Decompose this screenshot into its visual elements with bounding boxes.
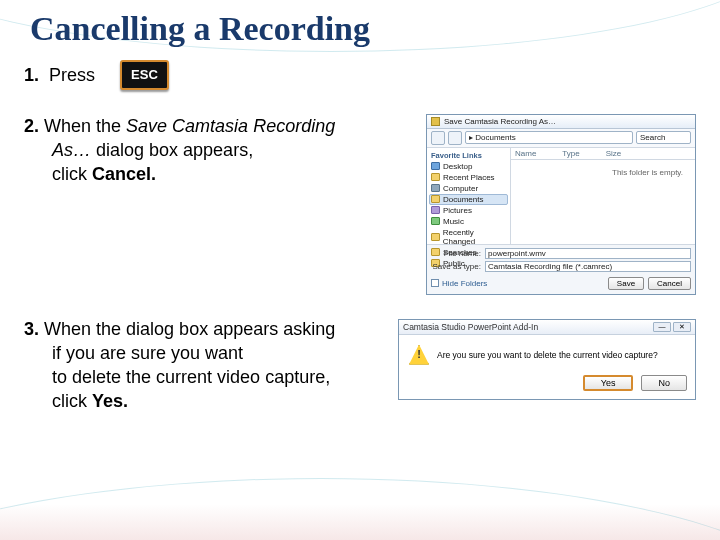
chevron-down-icon [431, 279, 439, 287]
hide-folders-toggle[interactable]: Hide Folders [431, 279, 487, 288]
computer-icon [431, 184, 440, 192]
esc-key-graphic: ESC [120, 60, 169, 90]
hide-folders-label: Hide Folders [442, 279, 487, 288]
folder-icon [431, 233, 440, 241]
save-button[interactable]: Save [608, 277, 644, 290]
confirm-message: Are you sure you want to delete the curr… [437, 350, 658, 360]
search-box[interactable]: Search [636, 131, 691, 144]
folder-icon [431, 173, 440, 181]
step-1-number: 1. [24, 65, 39, 85]
step-2-number: 2. [24, 116, 39, 136]
step-1-text: Press [49, 65, 95, 85]
step-2-cancel: Cancel. [92, 164, 156, 184]
side-music[interactable]: Music [443, 217, 464, 226]
col-name[interactable]: Name [515, 149, 536, 158]
step-3-yes: Yes. [92, 391, 128, 411]
confirm-dialog: Camtasia Studio PowerPoint Add-In — ✕ Ar… [398, 319, 696, 400]
save-dialog-title: Save Camtasia Recording As… [444, 117, 556, 126]
step-3-l1: When the dialog box appears asking [44, 319, 335, 339]
savetype-label: Save as type: [431, 262, 481, 271]
warning-icon [409, 345, 429, 365]
path-bar[interactable]: ▸ Documents [465, 131, 633, 144]
step-2-l3a: click [52, 164, 92, 184]
filename-input[interactable]: powerpoint.wmv [485, 248, 691, 259]
sidebar-header: Favorite Links [429, 150, 508, 161]
filename-label: File name: [431, 249, 481, 258]
step-1: 1. Press ESC [24, 62, 696, 92]
empty-message: This folder is empty. [612, 168, 683, 177]
music-icon [431, 217, 440, 225]
app-icon [431, 117, 440, 126]
step-3-l4a: click [52, 391, 92, 411]
yes-button[interactable]: Yes [583, 375, 634, 391]
side-documents[interactable]: Documents [443, 195, 483, 204]
col-type[interactable]: Type [562, 149, 579, 158]
step-2: 2. When the Save Camtasia Recording As… … [24, 114, 696, 295]
step-2-l1a: When the [44, 116, 126, 136]
col-size[interactable]: Size [606, 149, 622, 158]
side-recently-changed[interactable]: Recently Changed [443, 228, 506, 246]
close-icon[interactable]: ✕ [673, 322, 691, 332]
sidebar: Favorite Links Desktop Recent Places Com… [427, 148, 511, 244]
step-2-italic-1: Save Camtasia Recording [126, 116, 335, 136]
pictures-icon [431, 206, 440, 214]
nav-fwd-icon[interactable] [448, 131, 462, 145]
file-list: Name Type Size This folder is empty. [511, 148, 695, 244]
step-3-number: 3. [24, 319, 39, 339]
side-desktop[interactable]: Desktop [443, 162, 472, 171]
no-button[interactable]: No [641, 375, 687, 391]
step-2-l2b: dialog box appears, [91, 140, 253, 160]
step-2-italic-2: As… [52, 140, 91, 160]
confirm-dialog-title: Camtasia Studio PowerPoint Add-In [403, 322, 651, 332]
nav-back-icon[interactable] [431, 131, 445, 145]
minimize-icon[interactable]: — [653, 322, 671, 332]
cancel-button[interactable]: Cancel [648, 277, 691, 290]
savetype-select[interactable]: Camtasia Recording file (*.camrec) [485, 261, 691, 272]
slide-title: Cancelling a Recording [30, 10, 696, 48]
side-recent-places[interactable]: Recent Places [443, 173, 495, 182]
save-as-dialog: Save Camtasia Recording As… ▸ Documents … [426, 114, 696, 295]
side-pictures[interactable]: Pictures [443, 206, 472, 215]
side-computer[interactable]: Computer [443, 184, 478, 193]
folder-icon [431, 195, 440, 203]
step-3-l2: if you are sure you want [52, 341, 384, 365]
step-3: 3. When the dialog box appears asking if… [24, 317, 696, 414]
desktop-icon [431, 162, 440, 170]
step-3-l3: to delete the current video capture, [52, 365, 384, 389]
